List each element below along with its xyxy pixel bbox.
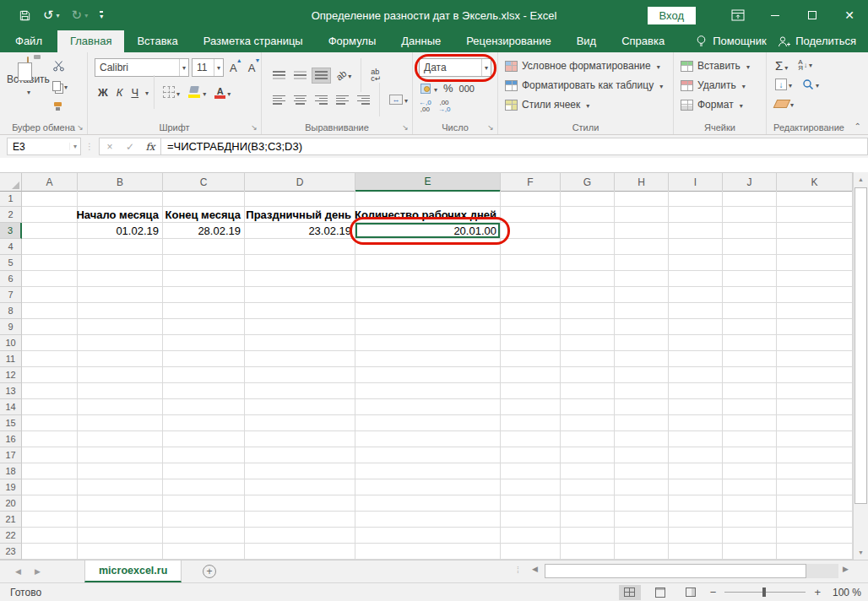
- increase-indent-button[interactable]: [355, 93, 372, 107]
- cell-J7[interactable]: [723, 287, 777, 303]
- cell-K2[interactable]: [777, 207, 853, 223]
- row-header-5[interactable]: 5: [0, 255, 22, 271]
- cell-F13[interactable]: [501, 383, 561, 399]
- cell-B22[interactable]: [78, 528, 163, 544]
- cell-K11[interactable]: [777, 351, 853, 367]
- cell-I20[interactable]: [669, 495, 723, 512]
- cell-B3[interactable]: 01.02.19: [78, 223, 163, 239]
- cell-B5[interactable]: [78, 255, 163, 271]
- cell-C22[interactable]: [163, 528, 245, 544]
- cell-D12[interactable]: [245, 367, 355, 383]
- alignment-dialog-launcher-icon[interactable]: ↘: [401, 123, 410, 132]
- cell-E3[interactable]: 20.01.00: [355, 223, 501, 239]
- row-header-6[interactable]: 6: [0, 271, 22, 287]
- insert-cells-button[interactable]: Вставить: [681, 57, 750, 74]
- cell-H4[interactable]: [615, 239, 669, 255]
- cell-F18[interactable]: [501, 463, 561, 479]
- cell-A8[interactable]: [22, 303, 78, 319]
- cell-H10[interactable]: [615, 335, 669, 351]
- align-center-button[interactable]: [291, 93, 309, 107]
- cell-G15[interactable]: [561, 415, 615, 431]
- cell-K19[interactable]: [777, 479, 853, 495]
- cell-K14[interactable]: [777, 399, 853, 415]
- cell-A5[interactable]: [22, 255, 78, 271]
- formula-bar-splitter[interactable]: ⋮: [81, 142, 99, 151]
- cell-K18[interactable]: [777, 463, 853, 479]
- cell-A16[interactable]: [22, 431, 78, 447]
- tab-scroll-splitter[interactable]: ⁞: [517, 566, 519, 575]
- ribbon-tab-3[interactable]: Разметка страницы: [191, 30, 316, 52]
- cell-B17[interactable]: [78, 447, 163, 463]
- collapse-ribbon-icon[interactable]: ⌃: [854, 122, 861, 131]
- number-dialog-launcher-icon[interactable]: ↘: [486, 123, 495, 132]
- cell-D7[interactable]: [245, 287, 355, 303]
- cell-B12[interactable]: [78, 367, 163, 383]
- cell-G3[interactable]: [561, 223, 615, 239]
- align-top-button[interactable]: [270, 68, 288, 83]
- cell-E8[interactable]: [355, 303, 501, 319]
- column-header-F[interactable]: F: [501, 173, 561, 192]
- cell-D16[interactable]: [245, 431, 355, 447]
- cell-E19[interactable]: [355, 479, 501, 495]
- column-header-C[interactable]: C: [163, 173, 245, 192]
- page-layout-view-button[interactable]: [649, 585, 671, 600]
- wrap-text-button[interactable]: abc↵: [368, 67, 383, 84]
- cell-C6[interactable]: [163, 271, 245, 287]
- cell-J10[interactable]: [723, 335, 777, 351]
- sort-filter-button[interactable]: АЯ↓: [798, 59, 812, 71]
- cell-G10[interactable]: [561, 335, 615, 351]
- ribbon-display-options-icon[interactable]: [719, 0, 757, 30]
- cell-A13[interactable]: [22, 383, 78, 399]
- cell-F22[interactable]: [501, 528, 561, 544]
- cell-A12[interactable]: [22, 367, 78, 383]
- row-header-2[interactable]: 2: [0, 207, 22, 223]
- cell-J1[interactable]: [723, 191, 777, 207]
- horizontal-scrollbar[interactable]: [545, 564, 838, 578]
- cell-K5[interactable]: [777, 255, 853, 271]
- cell-F15[interactable]: [501, 415, 561, 431]
- cell-I3[interactable]: [669, 223, 723, 239]
- cell-E1[interactable]: [355, 191, 501, 207]
- cell-I12[interactable]: [669, 367, 723, 383]
- cell-K20[interactable]: [777, 495, 853, 512]
- cell-D13[interactable]: [245, 383, 355, 399]
- row-header-22[interactable]: 22: [0, 528, 22, 544]
- row-header-20[interactable]: 20: [0, 495, 22, 512]
- cell-F3[interactable]: [501, 223, 561, 239]
- cell-I14[interactable]: [669, 399, 723, 415]
- bold-button[interactable]: Ж: [95, 83, 111, 101]
- cell-A15[interactable]: [22, 415, 78, 431]
- row-header-10[interactable]: 10: [0, 335, 22, 351]
- cell-H8[interactable]: [615, 303, 669, 319]
- scroll-up-icon[interactable]: ▲: [854, 172, 868, 187]
- clipboard-dialog-launcher-icon[interactable]: ↘: [76, 123, 84, 132]
- cell-J2[interactable]: [723, 207, 777, 223]
- format-cells-button[interactable]: Формат: [681, 96, 743, 113]
- cell-C9[interactable]: [163, 319, 245, 335]
- cell-B7[interactable]: [78, 287, 163, 303]
- cell-G12[interactable]: [561, 367, 615, 383]
- cell-F11[interactable]: [501, 351, 561, 367]
- paste-button[interactable]: Вставить: [7, 57, 49, 118]
- align-middle-button[interactable]: [291, 68, 309, 83]
- cell-A21[interactable]: [22, 512, 78, 528]
- zoom-level[interactable]: 100 %: [829, 587, 861, 598]
- cell-D11[interactable]: [245, 351, 355, 367]
- qat-customize-button[interactable]: ▾: [100, 11, 103, 20]
- cell-G16[interactable]: [561, 431, 615, 447]
- vertical-scrollbar-thumb[interactable]: [854, 187, 867, 504]
- cell-C7[interactable]: [163, 287, 245, 303]
- cell-E7[interactable]: [355, 287, 501, 303]
- decrease-indent-button[interactable]: [334, 93, 351, 107]
- cell-I5[interactable]: [669, 255, 723, 271]
- conditional-formatting-button[interactable]: Условное форматирование: [505, 57, 660, 74]
- cell-F19[interactable]: [501, 479, 561, 495]
- cell-C14[interactable]: [163, 399, 245, 415]
- increase-decimal-button[interactable]: ←,0,00: [419, 100, 431, 113]
- cell-E14[interactable]: [355, 399, 501, 415]
- cell-K4[interactable]: [777, 239, 853, 255]
- cell-C20[interactable]: [163, 495, 245, 512]
- format-painter-button[interactable]: [52, 98, 68, 115]
- ribbon-tab-6[interactable]: Рецензирование: [453, 30, 563, 52]
- cell-H23[interactable]: [615, 544, 669, 560]
